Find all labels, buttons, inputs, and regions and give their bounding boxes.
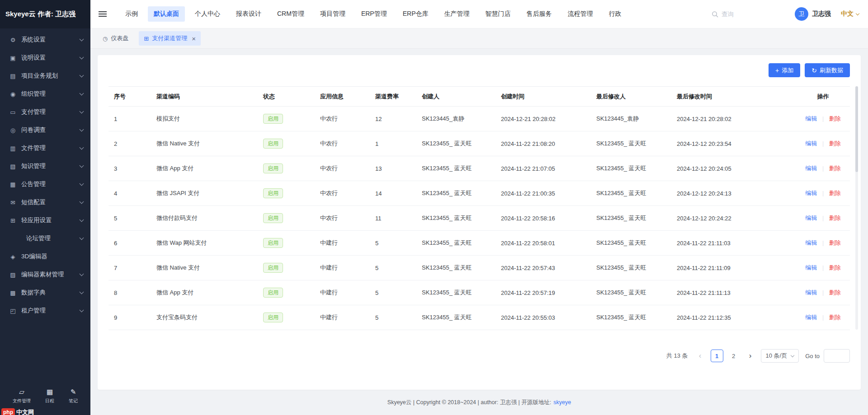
delete-link[interactable]: 删除 (829, 190, 841, 196)
footer-text: Skyeye云 | Copyright © 2018~2024 | author… (387, 399, 552, 406)
top-nav-item[interactable]: 示例 (119, 6, 144, 22)
page-tab[interactable]: ◷ 仪表盘 × (98, 31, 133, 46)
chevron-down-icon (80, 73, 84, 78)
sidebar-menu-item[interactable]: ◈ 3D编辑器 (0, 247, 90, 266)
cell-modified-time: 2024-12-12 20:24:05 (671, 156, 794, 181)
top-nav-item-label: 报表设计 (236, 10, 261, 17)
cell-status: 启用 (258, 256, 315, 280)
action-divider: | (822, 140, 824, 147)
delete-link[interactable]: 删除 (829, 140, 841, 147)
sidebar-menu-item[interactable]: ◎ 问卷调查 (0, 121, 90, 139)
page-number-button[interactable]: 2 (727, 350, 740, 362)
top-nav-item[interactable]: 流程管理 (561, 6, 599, 22)
cell-status: 启用 (258, 131, 315, 156)
top-nav-item[interactable]: 项目管理 (314, 6, 351, 22)
language-selector[interactable]: 中文 (841, 10, 859, 18)
cell-rate: 5 (370, 305, 416, 330)
edit-link[interactable]: 编辑 (805, 115, 817, 122)
table-scrollbar-thumb[interactable] (855, 86, 858, 172)
top-nav-item[interactable]: 售后服务 (520, 6, 557, 22)
sidebar-menu-item[interactable]: 论坛管理 (0, 229, 90, 247)
cell-rate: 13 (370, 156, 416, 181)
sidebar-menu-item[interactable]: ▧ 知识管理 (0, 157, 90, 175)
cell-status: 启用 (258, 107, 315, 131)
sidebar-menu-item[interactable]: ◉ 组织管理 (0, 85, 90, 103)
cell-modified-time: 2024-12-12 20:24:13 (671, 181, 794, 206)
delete-link[interactable]: 删除 (829, 289, 841, 296)
delete-link[interactable]: 删除 (829, 214, 841, 221)
sidebar-menu-item[interactable]: ▣ 说明设置 (0, 49, 90, 67)
cell-channel-code: 微信 JSAPI 支付 (151, 181, 258, 206)
dashboard-icon: ◷ (103, 35, 108, 42)
sidebar-menu-item[interactable]: ▭ 支付管理 (0, 103, 90, 121)
edit-link[interactable]: 编辑 (805, 264, 817, 271)
top-nav-item[interactable]: 报表设计 (230, 6, 267, 22)
page-number-button[interactable]: 1 (711, 350, 723, 362)
chevron-down-icon (80, 218, 84, 222)
add-button[interactable]: + 添加 (769, 63, 800, 77)
menu-toggle-icon[interactable] (99, 11, 107, 17)
chevron-down-icon (80, 236, 84, 240)
sidebar-menu-item[interactable]: ▨ 编辑器素材管理 (0, 266, 90, 284)
cell-modified-time: 2024-12-12 20:23:54 (671, 131, 794, 156)
top-nav-item[interactable]: 默认桌面 (148, 6, 185, 22)
cell-created-time: 2024-11-22 21:00:35 (495, 181, 591, 206)
notice-icon: ▦ (9, 181, 17, 188)
sidebar-item-label: 公告管理 (21, 180, 46, 188)
table-row: 3 微信 App 支付 启用 中农行 13 SK123455_ 蓝天旺 2024… (108, 156, 850, 181)
column-header: 创建人 (416, 87, 495, 107)
status-badge: 启用 (263, 312, 283, 322)
edit-link[interactable]: 编辑 (805, 165, 817, 172)
refresh-button[interactable]: ↻ 刷新数据 (805, 63, 850, 77)
php-logo-text: 中文网 (16, 408, 34, 415)
sidebar-shortcut[interactable]: ▱ 文件管理 (13, 388, 31, 404)
edit-link[interactable]: 编辑 (805, 140, 817, 147)
top-nav-item[interactable]: ERP仓库 (397, 6, 434, 22)
goto-page-input[interactable] (824, 349, 850, 363)
sidebar-item-label: 组织管理 (21, 90, 46, 98)
sidebar-menu-item[interactable]: ▦ 公告管理 (0, 175, 90, 193)
top-nav-item[interactable]: 生产管理 (438, 6, 475, 22)
top-nav-item[interactable]: 个人中心 (189, 6, 226, 22)
top-nav-item[interactable]: CRM管理 (271, 6, 310, 22)
page-size-select[interactable]: 10 条/页 (761, 349, 799, 363)
close-icon[interactable]: × (192, 35, 196, 42)
status-badge: 启用 (263, 263, 283, 273)
sidebar-menu-item[interactable]: ⊞ 轻应用设置 (0, 211, 90, 229)
edit-link[interactable]: 编辑 (805, 314, 817, 321)
edit-link[interactable]: 编辑 (805, 190, 817, 196)
edit-link[interactable]: 编辑 (805, 239, 817, 246)
search-box[interactable] (712, 11, 789, 18)
sidebar-menu-item[interactable]: ✉ 短信配置 (0, 193, 90, 211)
sidebar-menu-item[interactable]: ⚙ 系统设置 (0, 31, 90, 49)
cell-actions: 编辑 | 删除 (794, 107, 850, 131)
payment-channel-table: 序号 渠道编码 状态 应用信息 渠道费率 创建人 (108, 86, 850, 330)
shortcut-label: 文件管理 (13, 398, 31, 404)
top-nav-item[interactable]: 行政 (603, 6, 627, 22)
user-menu[interactable]: 卫 卫志强 (795, 7, 831, 21)
footer-link[interactable]: skyeye (553, 399, 571, 406)
delete-link[interactable]: 删除 (829, 165, 841, 172)
edit-link[interactable]: 编辑 (805, 214, 817, 221)
sidebar-menu-item[interactable]: ▩ 数据字典 (0, 284, 90, 302)
prev-page-button[interactable]: ‹ (694, 350, 707, 362)
status-badge: 启用 (263, 188, 283, 198)
sidebar-shortcut[interactable]: ✎ 笔记 (69, 388, 78, 404)
sidebar-menu-item[interactable]: ▤ 项目业务规划 (0, 67, 90, 85)
delete-link[interactable]: 删除 (829, 264, 841, 271)
top-nav-item[interactable]: ERP管理 (355, 6, 393, 22)
search-input[interactable] (722, 11, 789, 18)
delete-link[interactable]: 删除 (829, 239, 841, 246)
sidebar-menu-item[interactable]: ▥ 文件管理 (0, 139, 90, 157)
sidebar-shortcut[interactable]: ▦ 日程 (45, 388, 54, 404)
edit-link[interactable]: 编辑 (805, 289, 817, 296)
next-page-button[interactable]: › (744, 350, 757, 362)
top-nav-item[interactable]: 智慧门店 (479, 6, 516, 22)
delete-link[interactable]: 删除 (829, 314, 841, 321)
sidebar-menu-item[interactable]: ◰ 租户管理 (0, 302, 90, 320)
cell-created-time: 2024-11-22 20:57:19 (495, 280, 591, 305)
delete-link[interactable]: 删除 (829, 115, 841, 122)
cell-status: 启用 (258, 305, 315, 330)
page-tab[interactable]: ⊞ 支付渠道管理 × (139, 31, 201, 46)
status-badge: 启用 (263, 288, 283, 298)
